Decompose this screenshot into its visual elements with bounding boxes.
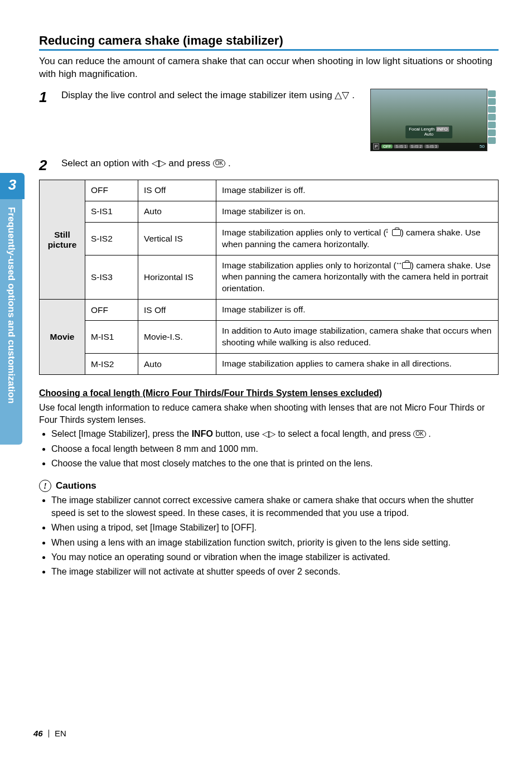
page-footer: 46 EN — [33, 729, 66, 738]
cautions-label: Cautions — [56, 480, 96, 491]
step-2-text-before: Select an option with — [61, 158, 152, 168]
page-lang: EN — [55, 729, 66, 738]
strip-icon — [488, 129, 496, 136]
stabilizer-options-table: Still picture OFF IS Off Image stabilize… — [39, 180, 499, 375]
dpad-left-right-icon: ◁▷ — [152, 158, 166, 168]
bullet-text: Select [Image Stabilizer], press the — [51, 429, 192, 438]
vertical-camera-icon — [392, 227, 401, 239]
ok-button-icon: OK — [213, 160, 225, 167]
list-item: Choose the value that most closely match… — [51, 457, 499, 470]
movie-header: Movie — [40, 300, 85, 375]
cell-label: Vertical IS — [138, 222, 216, 255]
section-intro: You can reduce the amount of camera shak… — [39, 55, 499, 81]
step-2-text-after: . — [228, 158, 231, 168]
dpad-up-down-icon: △▽ — [335, 90, 349, 100]
step-2-text-mid: and press — [168, 158, 212, 168]
cell-label: Auto — [138, 354, 216, 375]
strip-icon — [488, 137, 496, 144]
strip-icon — [488, 122, 496, 128]
thumbnail-right-strip — [488, 89, 497, 151]
thumbnail-opt-off: OFF — [381, 144, 393, 148]
bullet-text: to select a focal length, and press — [278, 429, 413, 438]
cell-code: OFF — [85, 300, 138, 321]
list-item: When using a tripod, set [Image Stabiliz… — [51, 522, 499, 534]
cell-label: Auto — [138, 201, 216, 222]
table-row: S-IS1 Auto Image stabilizer is on. — [40, 201, 499, 222]
cautions-heading: ! Cautions — [39, 480, 499, 492]
thumbnail-focal-text: Focal Length — [409, 127, 434, 132]
info-button-label: INFO — [192, 429, 213, 438]
cell-desc: Image stabilizer is off. — [216, 300, 499, 321]
step-1-row: 1 Display the live control and select th… — [39, 89, 499, 151]
thumbnail-options: OFF S-IS 1 S-IS 2 S-IS 3 — [381, 144, 438, 148]
bullet-text: . — [428, 429, 431, 438]
thumbnail-bottom-bar: P OFF S-IS 1 S-IS 2 S-IS 3 50 — [371, 143, 487, 151]
cell-label: IS Off — [138, 300, 216, 321]
bullet-text: button, use — [215, 429, 262, 438]
section-title: Reducing camera shake (image stabilizer) — [39, 33, 499, 51]
live-view-thumbnail: Focal Length INFO Auto P OFF S-IS 1 S-IS… — [370, 89, 499, 151]
focal-length-subtitle: Choosing a focal length (Micro Four Thir… — [39, 388, 499, 398]
list-item: Choose a focal length between 8 mm and 1… — [51, 443, 499, 455]
focal-length-bullets: Select [Image Stabilizer], press the INF… — [39, 428, 499, 470]
focal-length-intro: Use focal length information to reduce c… — [39, 402, 499, 426]
step-2-number: 2 — [39, 157, 52, 174]
table-row: M-IS2 Auto Image stabilization applies t… — [40, 354, 499, 375]
step-1-text-before: Display the live control and select the … — [61, 90, 335, 100]
cell-label: Movie-I.S. — [138, 321, 216, 354]
horizontal-camera-icon — [402, 260, 411, 272]
step-1-text: Display the live control and select the … — [61, 89, 361, 102]
thumbnail-auto-text: Auto — [424, 132, 433, 137]
strip-icon — [488, 98, 496, 105]
step-1-number: 1 — [39, 89, 52, 106]
cell-desc: Image stabilizer is off. — [216, 180, 499, 201]
strip-icon — [488, 90, 496, 97]
page-number: 46 — [33, 729, 43, 738]
cautions-list: The image stabilizer cannot correct exce… — [39, 494, 499, 578]
chapter-side-tab: 3 Frequently-used options and customizat… — [0, 173, 25, 452]
table-row: M-IS1 Movie-I.S. In addition to Auto ima… — [40, 321, 499, 354]
strip-icon — [488, 106, 496, 113]
list-item: You may notice an operating sound or vib… — [51, 551, 499, 563]
step-2-row: 2 Select an option with ◁▷ and press OK … — [39, 157, 499, 174]
step-2-text: Select an option with ◁▷ and press OK . — [61, 157, 499, 170]
chapter-label: Frequently-used options and customizatio… — [0, 199, 22, 445]
still-picture-header: Still picture — [40, 180, 85, 299]
dpad-left-right-icon: ◁▷ — [262, 429, 275, 438]
cell-code: S-IS3 — [85, 255, 138, 300]
cell-desc: Image stabilization applies only to hori… — [216, 255, 499, 300]
ok-button-icon: OK — [413, 430, 425, 438]
cell-code: S-IS2 — [85, 222, 138, 255]
cell-desc: Image stabilizer is on. — [216, 201, 499, 222]
cell-code: M-IS2 — [85, 354, 138, 375]
cell-label: IS Off — [138, 180, 216, 201]
table-row: S-IS3 Horizontal IS Image stabilization … — [40, 255, 499, 300]
cell-code: M-IS1 — [85, 321, 138, 354]
step-1-text-after: . — [352, 90, 355, 100]
list-item: When using a lens with an image stabiliz… — [51, 537, 499, 549]
table-row: Still picture OFF IS Off Image stabilize… — [40, 180, 499, 201]
cell-desc: Image stabilization applies to camera sh… — [216, 354, 499, 375]
cell-desc: Image stabilization applies only to vert… — [216, 222, 499, 255]
list-item: The image stabilizer will not activate a… — [51, 566, 499, 578]
thumbnail-mode-icon: P — [373, 143, 379, 150]
list-item: Select [Image Stabilizer], press the INF… — [51, 428, 499, 440]
table-row: S-IS2 Vertical IS Image stabilization ap… — [40, 222, 499, 255]
footer-divider — [49, 730, 49, 737]
thumbnail-opt-sis1: S-IS 1 — [394, 144, 408, 148]
thumbnail-iso: 50 — [480, 144, 485, 149]
cell-desc-before: Image stabilization applies only to hori… — [222, 261, 396, 270]
list-item: The image stabilizer cannot correct exce… — [51, 494, 499, 519]
cell-code: OFF — [85, 180, 138, 201]
thumbnail-opt-sis3: S-IS 3 — [424, 144, 438, 148]
cell-desc: In addition to Auto image stabilization,… — [216, 321, 499, 354]
thumbnail-opt-sis2: S-IS 2 — [409, 144, 423, 148]
cell-label: Horizontal IS — [138, 255, 216, 300]
thumbnail-info-badge: INFO — [436, 127, 449, 132]
cell-code: S-IS1 — [85, 201, 138, 222]
thumbnail-focal-label: Focal Length INFO Auto — [405, 126, 452, 138]
chapter-number: 3 — [0, 173, 25, 199]
caution-icon: ! — [39, 480, 51, 492]
table-row: Movie OFF IS Off Image stabilizer is off… — [40, 300, 499, 321]
cell-desc-before: Image stabilization applies only to vert… — [222, 228, 386, 237]
